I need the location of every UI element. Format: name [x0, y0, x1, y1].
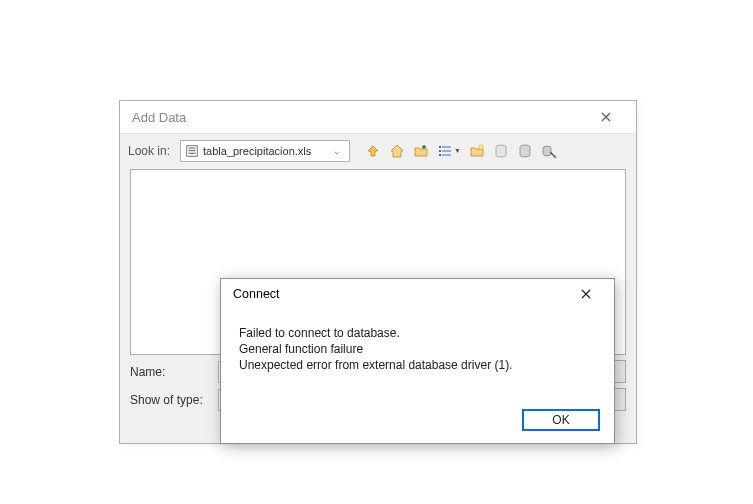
svg-rect-9	[442, 154, 451, 156]
up-arrow-icon	[365, 143, 381, 159]
titlebar: Add Data	[120, 101, 636, 133]
name-label: Name:	[130, 365, 210, 379]
svg-rect-5	[439, 150, 441, 152]
svg-point-10	[479, 144, 483, 148]
svg-rect-3	[189, 152, 196, 153]
chevron-down-icon: ▼	[454, 147, 461, 154]
lookin-value: tabla_precipitacion.xls	[203, 145, 323, 157]
lookin-label: Look in:	[128, 144, 170, 158]
error-line-3: Unexpected error from external database …	[239, 357, 596, 373]
chevron-down-icon[interactable]: ⌵	[327, 146, 345, 156]
new-file-gdb-button[interactable]	[490, 140, 512, 162]
svg-rect-1	[189, 147, 196, 148]
new-connection-button[interactable]	[538, 140, 560, 162]
modal-titlebar: Connect	[221, 279, 614, 309]
modal-title: Connect	[233, 287, 280, 301]
new-folder-icon	[469, 143, 485, 159]
modal-actions: OK	[522, 409, 600, 431]
home-button[interactable]	[386, 140, 408, 162]
close-icon	[601, 112, 611, 122]
cylinder-icon	[517, 143, 533, 159]
svg-rect-7	[442, 146, 451, 148]
modal-close-button[interactable]	[568, 281, 604, 307]
close-icon	[581, 289, 591, 299]
new-folder-button[interactable]	[466, 140, 488, 162]
folder-plus-icon	[413, 143, 429, 159]
toolbar: Look in: tabla_precipitacion.xls ⌵	[120, 133, 636, 167]
svg-rect-4	[439, 146, 441, 148]
connect-to-folder-button[interactable]	[410, 140, 432, 162]
up-one-level-button[interactable]	[362, 140, 384, 162]
window-close-button[interactable]	[586, 103, 626, 131]
ok-button[interactable]: OK	[522, 409, 600, 431]
error-line-1: Failed to connect to database.	[239, 325, 596, 341]
add-data-window: Add Data Look in: tabla_precipitacion.xl…	[119, 100, 637, 444]
showtype-label: Show of type:	[130, 393, 210, 407]
svg-rect-6	[439, 154, 441, 156]
connect-error-dialog: Connect Failed to connect to database. G…	[220, 278, 615, 444]
home-icon	[389, 143, 405, 159]
svg-rect-2	[189, 150, 196, 151]
svg-point-14	[554, 155, 557, 158]
modal-body: Failed to connect to database. General f…	[221, 309, 614, 373]
svg-rect-8	[442, 150, 451, 152]
list-view-button[interactable]: ▼	[434, 140, 464, 162]
file-gdb-icon	[493, 143, 509, 159]
xls-file-icon	[185, 144, 199, 158]
error-line-2: General function failure	[239, 341, 596, 357]
toolbar-icons: ▼	[362, 140, 560, 162]
lookin-dropdown[interactable]: tabla_precipitacion.xls ⌵	[180, 140, 350, 162]
window-title: Add Data	[132, 110, 186, 125]
list-view-icon	[437, 143, 453, 159]
database-connection-icon	[541, 143, 557, 159]
new-personal-gdb-button[interactable]	[514, 140, 536, 162]
